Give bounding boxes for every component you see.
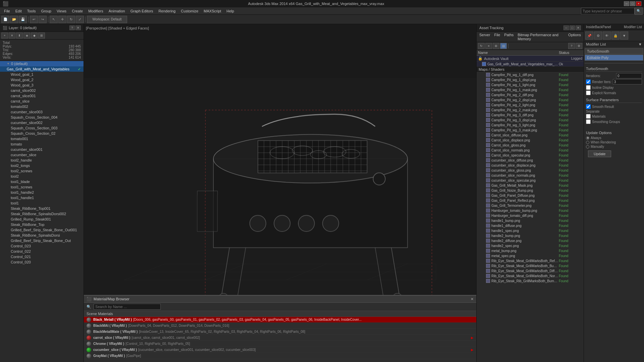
asset-item-27[interactable]: Hamburger_tomato_bump.pngFound (477, 208, 584, 213)
asset-item-14[interactable]: Carrot_slice_gloss.pngFound (477, 143, 584, 148)
layer-highlight-btn[interactable]: ◆ (31, 33, 38, 39)
layer-item-2[interactable]: Wood_goal_1 (0, 72, 84, 77)
layer-item-27[interactable]: Steak_RibBone_Top001 (0, 206, 84, 211)
modifier-list-dropdown[interactable]: Modifier List ▼ (584, 41, 644, 48)
asset-item-36[interactable]: metal_spec.pngFound (477, 253, 584, 258)
asset-item-5[interactable]: Campfire_Pit_wg_2_displ.pngFound (477, 98, 584, 103)
menu-item-views[interactable]: Views (54, 8, 69, 14)
smooth-result-checkbox[interactable] (586, 104, 591, 109)
asset-item-12[interactable]: Carrot_slice_diffuse.pngFound (477, 133, 584, 138)
asset-item-31[interactable]: handle1_spec.pngFound (477, 228, 584, 233)
asset-item-4[interactable]: Campfire_Pit_wg_2_diff.pngFound (477, 93, 584, 98)
mod-pin-btn[interactable]: 📌 (585, 32, 593, 40)
asset-item-18[interactable]: cucumber_slice_displace.pngFound (477, 163, 584, 168)
asset-item-38[interactable]: Rib_Eye_Steak_Meat_GrillMarksBoth_Bump..… (477, 263, 584, 268)
layer-item-35[interactable]: Control_022 (0, 249, 84, 254)
modifier-editable-poly[interactable]: Editable Poly (585, 55, 643, 61)
mod-configure-btn[interactable]: ⚙ (594, 32, 602, 40)
asset-item-21[interactable]: cucumber_slice_specular.pngFound (477, 178, 584, 183)
layer-item-20[interactable]: tool2_screws (0, 168, 84, 174)
material-search-input[interactable] (94, 304, 161, 310)
asset-item-7[interactable]: Campfire_Pit_wg_2_mask.pngFound (477, 108, 584, 113)
layer-item-11[interactable]: cucumber_slice002 (0, 120, 84, 125)
layer-item-26[interactable]: tool1 (0, 200, 84, 206)
layer-item-25[interactable]: tool1_handle1 (0, 195, 84, 200)
asset-menu-file[interactable]: File (493, 33, 501, 41)
minimize-button[interactable]: ─ (624, 1, 629, 6)
material-browser-close[interactable]: ✕ (471, 297, 474, 301)
layer-item-23[interactable]: tool1_screws (0, 184, 84, 190)
layer-item-7[interactable]: carrot_slice (0, 99, 84, 104)
layer-item-17[interactable]: cucumber_slice (0, 152, 84, 158)
iterations-input[interactable]: 0 (616, 73, 642, 78)
menu-item-maxscript[interactable]: MAXScript (201, 8, 224, 14)
material-row-2[interactable]: BlackMetallMate ( VRayMtl ) [InsideCover… (84, 329, 476, 335)
layer-item-31[interactable]: Grilled_Beef_Strip_Steak_Bone_Out001 (0, 227, 84, 233)
material-row-4[interactable]: Chrome ( VRayMtl ) [Control_10, RightPar… (84, 341, 476, 347)
material-row-1[interactable]: BlackMAt ( VRayMtl ) [DownParts_04, Down… (84, 323, 476, 329)
asset-item-35[interactable]: metal_bump.pngFound (477, 248, 584, 253)
asset-menu-options[interactable]: Options (567, 33, 582, 41)
layer-item-10[interactable]: Squash_Cross_Section_004 (0, 115, 84, 120)
menu-item-group[interactable]: Group (38, 8, 54, 14)
explicit-normals-checkbox[interactable] (586, 90, 591, 95)
layer-item-16[interactable]: cucumber_slice001 (0, 147, 84, 152)
search-button[interactable]: 🔍 (635, 7, 643, 15)
viewport[interactable]: [Perspective] [Shaded + Edged Faces] (84, 24, 476, 362)
layer-item-5[interactable]: carrot_slice002 (0, 88, 84, 93)
materials-checkbox[interactable] (586, 114, 591, 119)
smoothing-groups-checkbox[interactable] (586, 119, 591, 124)
search-input[interactable] (581, 8, 635, 14)
asset-reload-btn[interactable]: ↻ (478, 43, 485, 49)
asset-menu-server[interactable]: Server (478, 33, 491, 41)
layer-item-14[interactable]: tomato001 (0, 136, 84, 141)
asset-item-0[interactable]: Campfire_Pit_wg_1_diff.pngFound (477, 72, 584, 77)
layer-item-1[interactable]: Gas_Grill_with_Meat_and_Vegetables✓ (0, 66, 84, 72)
move-btn[interactable]: ✛ (58, 16, 66, 23)
asset-item-30[interactable]: handle1_diffuse.pngFound (477, 223, 584, 228)
layer-item-12[interactable]: Squash_Cross_Section_003 (0, 125, 84, 131)
menu-item-edit[interactable]: Edit (13, 8, 24, 14)
layer-item-9[interactable]: cucumber_slice003 (0, 109, 84, 115)
asset-item-2[interactable]: Campfire_Pit_wg_1_light.pngFound (477, 82, 584, 87)
layer-item-8[interactable]: tomato002 (0, 104, 84, 109)
asset-item-34[interactable]: handle2_spec.pngFound (477, 243, 584, 248)
layer-help-btn[interactable]: ? (69, 25, 75, 30)
asset-icon-view-btn[interactable]: ⊞ (493, 43, 499, 49)
menu-item-create[interactable]: Create (69, 8, 86, 14)
material-row-0[interactable]: Black_Metall ( VRayMtl ) [Doors_006, gas… (84, 317, 476, 323)
modifier-turbosmoooth[interactable]: TurboSmooth (585, 48, 643, 54)
layer-item-15[interactable]: tomato (0, 141, 84, 147)
layer-item-22[interactable]: tool1_blade (0, 179, 84, 184)
layer-item-33[interactable]: Grilled_Beef_Strip_Steak_Bone_Out (0, 238, 84, 243)
asset-item-16[interactable]: Carrot_slice_specular.pngFound (477, 153, 584, 158)
select-btn[interactable]: ↖ (50, 16, 58, 23)
asset-item-8[interactable]: Campfire_Pit_wg_3_diff.pngFound (477, 113, 584, 118)
asset-panel-minimize[interactable]: ─ (564, 25, 569, 30)
layer-item-34[interactable]: Control_023 (0, 243, 84, 249)
layer-add-sel-btn[interactable]: ⬇ (16, 33, 23, 39)
layer-item-4[interactable]: Wood_goal_3 (0, 82, 84, 88)
asset-item-3[interactable]: Campfire_Pit_wg_1_mask.pngFound (477, 87, 584, 93)
material-row-5[interactable]: cucumber_slice ( VRayMtl ) [cucumber_sli… (84, 347, 476, 353)
layer-item-28[interactable]: Steak_RibBone_SpinalisDorsi002 (0, 211, 84, 217)
menu-item-graph-editors[interactable]: Graph Editors (128, 8, 156, 14)
open-btn[interactable]: 📂 (10, 16, 18, 23)
scale-btn[interactable]: ⤢ (76, 16, 84, 23)
redo-btn[interactable]: ↪ (39, 16, 47, 23)
asset-item-37[interactable]: Rib_Eye_Steak_Meat_GrillMarksBoth_Refl.p… (477, 258, 584, 263)
layer-new-btn[interactable]: + (1, 33, 8, 39)
asset-menu-bitmap[interactable]: Bitmap Performance and Memory (516, 33, 566, 41)
asset-item-26[interactable]: Gas_Grill_Termometer.pngFound (477, 203, 584, 208)
asset-menu-paths[interactable]: Paths (503, 33, 515, 41)
asset-item-28[interactable]: Hamburger_tomato_diff.pngFound (477, 213, 584, 218)
asset-item-6[interactable]: Campfire_Pit_wg_2_light.pngFound (477, 103, 584, 108)
asset-item-10[interactable]: Campfire_Pit_wg_3_light.pngFound (477, 123, 584, 128)
asset-item-24[interactable]: Gas_Grill_Panel_Diffuse.pngFound (477, 193, 584, 198)
layer-item-18[interactable]: tool2_handle (0, 158, 84, 163)
asset-item-39[interactable]: Rib_Eye_Steak_Meat_GrillMarksBoth_Diffus… (477, 268, 584, 274)
asset-item-23[interactable]: Gas_Grill_Noize_Bump.pngFound (477, 188, 584, 193)
asset-item-32[interactable]: handle2_bump.pngFound (477, 233, 584, 238)
layer-merge-btn[interactable]: ⊞ (38, 33, 45, 39)
asset-panel-close[interactable]: ✕ (576, 25, 581, 30)
